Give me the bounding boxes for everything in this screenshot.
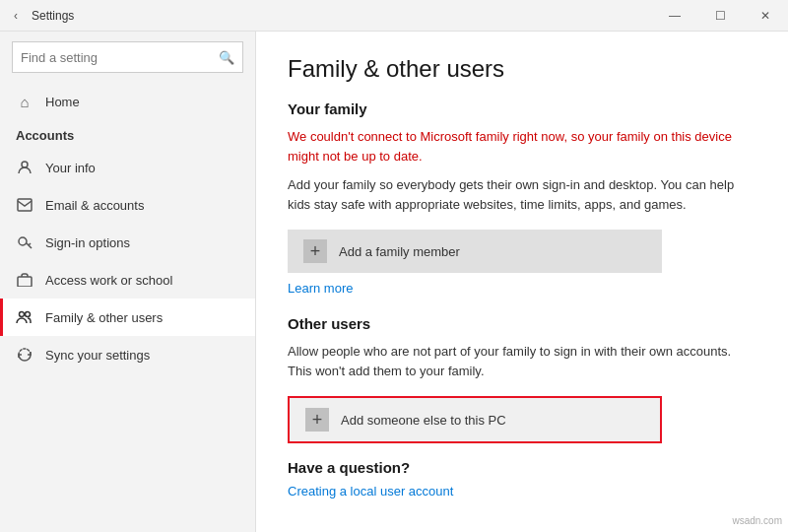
watermark: wsadn.com <box>732 515 782 526</box>
svg-rect-3 <box>18 277 32 287</box>
content-area: Family & other users Your family We coul… <box>256 32 788 532</box>
back-button[interactable]: ‹ <box>8 5 24 27</box>
plus-icon: + <box>303 239 327 263</box>
sidebar-section-accounts: Accounts <box>0 120 255 149</box>
page-title: Family & other users <box>288 55 756 83</box>
your-family-section: Your family We couldn't connect to Micro… <box>288 100 756 296</box>
sidebar-item-label: Family & other users <box>45 310 163 325</box>
key-icon <box>16 233 33 251</box>
faq-link-local-account[interactable]: Creating a local user account <box>288 484 756 499</box>
svg-point-2 <box>19 237 27 245</box>
email-icon <box>16 196 33 214</box>
sidebar: 🔍 ⌂ Home Accounts Your info <box>0 32 256 532</box>
sidebar-item-label: Your info <box>45 161 96 175</box>
briefcase-icon <box>16 271 33 289</box>
add-family-label: Add a family member <box>339 244 460 259</box>
home-icon: ⌂ <box>16 93 33 110</box>
titlebar-title: Settings <box>32 9 74 23</box>
add-family-member-button[interactable]: + Add a family member <box>288 230 662 273</box>
other-users-section: Other users Allow people who are not par… <box>288 315 756 443</box>
learn-more-link[interactable]: Learn more <box>288 281 756 296</box>
have-question-section: Have a question? Creating a local user a… <box>288 459 756 499</box>
svg-point-4 <box>20 312 25 317</box>
search-box[interactable]: 🔍 <box>12 41 243 73</box>
add-someone-button[interactable]: + Add someone else to this PC <box>288 396 662 443</box>
close-button[interactable]: ✕ <box>743 0 788 32</box>
sidebar-item-sign-in[interactable]: Sign-in options <box>0 224 255 261</box>
maximize-button[interactable]: ☐ <box>697 0 743 32</box>
other-users-description: Allow people who are not part of your fa… <box>288 342 756 380</box>
sidebar-item-sync[interactable]: Sync your settings <box>0 336 255 373</box>
sidebar-item-home[interactable]: ⌂ Home <box>0 83 255 120</box>
family-description: Add your family so everybody gets their … <box>288 175 756 214</box>
family-icon <box>16 308 33 326</box>
sidebar-item-label: Home <box>45 95 80 109</box>
sidebar-item-label: Email & accounts <box>45 198 144 213</box>
svg-point-5 <box>26 312 31 317</box>
plus-icon-2: + <box>305 408 329 432</box>
svg-point-0 <box>22 162 28 167</box>
sidebar-item-family-users[interactable]: Family & other users <box>0 299 255 336</box>
person-icon <box>16 159 33 176</box>
sidebar-item-label: Access work or school <box>45 273 172 288</box>
sync-icon <box>16 346 33 364</box>
titlebar: ‹ Settings — ☐ ✕ <box>0 0 788 32</box>
sidebar-item-work-school[interactable]: Access work or school <box>0 261 255 299</box>
svg-rect-1 <box>18 199 32 211</box>
search-input[interactable] <box>21 50 219 65</box>
minimize-button[interactable]: — <box>652 0 697 32</box>
titlebar-left: ‹ Settings <box>8 5 74 27</box>
search-icon: 🔍 <box>219 50 234 65</box>
other-users-title: Other users <box>288 315 756 332</box>
your-family-title: Your family <box>288 100 756 117</box>
have-question-title: Have a question? <box>288 459 756 476</box>
sidebar-item-email-accounts[interactable]: Email & accounts <box>0 186 255 224</box>
main-layout: 🔍 ⌂ Home Accounts Your info <box>0 32 788 532</box>
sidebar-item-label: Sync your settings <box>45 348 150 363</box>
add-someone-label: Add someone else to this PC <box>341 413 506 428</box>
window-controls: — ☐ ✕ <box>652 0 788 32</box>
sidebar-item-label: Sign-in options <box>45 235 130 250</box>
family-warning: We couldn't connect to Microsoft family … <box>288 127 756 166</box>
sidebar-item-your-info[interactable]: Your info <box>0 149 255 186</box>
